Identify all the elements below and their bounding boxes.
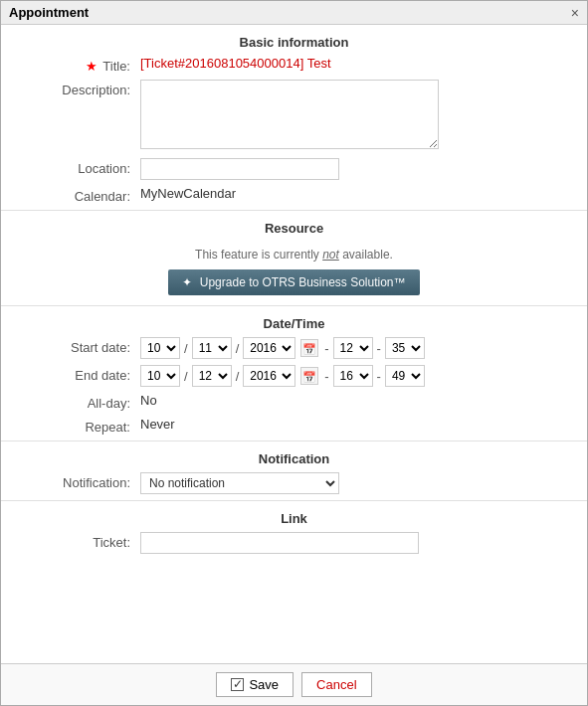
resource-notice-after: available. (342, 248, 393, 262)
link-section-wrap: Link Ticket: (1, 500, 587, 554)
allday-value: No (140, 390, 157, 408)
datetime-section-wrap: Date/Time Start date: 10 / 11 / (1, 305, 587, 435)
start-minute-select[interactable]: 35 (385, 337, 425, 359)
end-day-select[interactable]: 12 (192, 365, 232, 387)
location-input[interactable] (140, 158, 339, 180)
allday-row: All-day: No (1, 393, 587, 411)
calendar-row: Calendar: MyNewCalendar (1, 186, 587, 204)
start-hour-select[interactable]: 12 (333, 337, 373, 359)
title-label: ★ Title: (11, 56, 140, 74)
end-minute-select[interactable]: 49 (385, 365, 425, 387)
required-star: ★ (86, 59, 98, 74)
end-calendar-icon[interactable]: 📅 (300, 367, 318, 385)
end-hour-select[interactable]: 16 (333, 365, 373, 387)
resource-section-wrap: Resource This feature is currently not a… (1, 210, 587, 305)
start-year-select[interactable]: 2016 (243, 337, 295, 359)
datetime-header: Date/Time (1, 306, 587, 337)
start-datetime-row: 10 / 11 / 2016 📅 - 12 (140, 337, 577, 359)
save-label: Save (249, 677, 279, 692)
ticket-label: Ticket: (11, 532, 140, 550)
description-row: Description: (1, 80, 587, 152)
repeat-row: Repeat: Never (1, 417, 587, 435)
end-year-select[interactable]: 2016 (243, 365, 295, 387)
start-day-select[interactable]: 11 (192, 337, 232, 359)
resource-notice-before: This feature is currently (195, 248, 319, 262)
repeat-label: Repeat: (11, 417, 140, 435)
close-button[interactable]: × (571, 6, 579, 20)
dialog-footer: Save Cancel (1, 663, 587, 705)
notification-header: Notification (1, 441, 587, 472)
basic-info-header: Basic information (1, 25, 587, 56)
dialog-titlebar: Appointment × (1, 1, 587, 25)
start-date-label: Start date: (11, 337, 140, 355)
resource-notice: This feature is currently not available. (11, 248, 577, 262)
upgrade-button[interactable]: ✦ Upgrade to OTRS Business Solution™ (168, 269, 419, 295)
calendar-label: Calendar: (11, 186, 140, 204)
ticket-row: Ticket: (1, 532, 587, 554)
calendar-value: MyNewCalendar (140, 183, 236, 201)
location-label: Location: (11, 158, 140, 176)
save-checkbox-icon (231, 678, 244, 691)
resource-notice-not: not (322, 248, 339, 262)
repeat-value: Never (140, 414, 175, 432)
title-value: [Ticket#2016081054000014] Test (140, 53, 331, 71)
end-datetime-row: 10 / 12 / 2016 📅 - 16 (140, 365, 577, 387)
dialog-title: Appointment (9, 5, 89, 20)
upgrade-star: ✦ (182, 275, 192, 289)
cancel-button[interactable]: Cancel (301, 672, 371, 697)
resource-body: This feature is currently not available.… (1, 242, 587, 305)
allday-label: All-day: (11, 393, 140, 411)
dialog-body: Basic information ★ Title: [Ticket#20160… (1, 25, 587, 663)
notification-label: Notification: (11, 472, 140, 490)
start-month-select[interactable]: 10 (140, 337, 180, 359)
description-textarea[interactable] (140, 80, 439, 149)
title-row: ★ Title: [Ticket#2016081054000014] Test (1, 56, 587, 74)
description-label: Description: (11, 80, 140, 97)
end-date-row: End date: 10 / 12 / 2016 (1, 365, 587, 387)
notification-section-wrap: Notification Notification: No notificati… (1, 441, 587, 494)
start-calendar-icon[interactable]: 📅 (300, 339, 318, 357)
start-date-row: Start date: 10 / 11 / 2016 (1, 337, 587, 359)
location-row: Location: (1, 158, 587, 180)
notification-select[interactable]: No notification (140, 472, 339, 494)
link-header: Link (1, 501, 587, 532)
end-date-label: End date: (11, 365, 140, 383)
save-button[interactable]: Save (216, 672, 294, 697)
notification-row: Notification: No notification (1, 472, 587, 494)
end-month-select[interactable]: 10 (140, 365, 180, 387)
resource-header: Resource (1, 211, 587, 242)
ticket-input[interactable] (140, 532, 419, 554)
upgrade-label: Upgrade to OTRS Business Solution™ (200, 275, 406, 289)
appointment-dialog: Appointment × Basic information ★ Title:… (0, 0, 588, 706)
